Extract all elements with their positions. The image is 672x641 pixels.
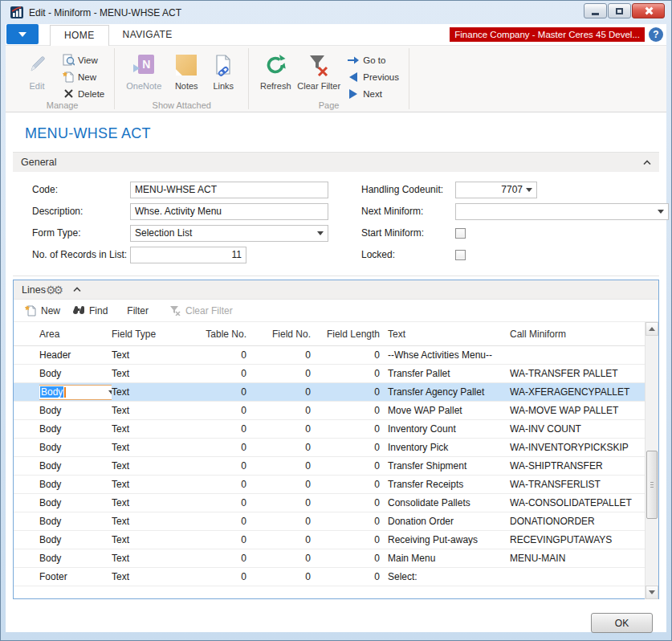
cell-ftype: Text — [112, 349, 190, 361]
cell-tno: 0 — [190, 571, 246, 582]
column-header-field-type[interactable]: Field Type — [112, 329, 190, 340]
cell-area: Body — [39, 385, 112, 400]
lines-new-button[interactable]: New — [20, 302, 67, 320]
new-button[interactable]: New — [59, 69, 108, 84]
maximize-button[interactable] — [608, 3, 631, 18]
no-of-records-input[interactable] — [130, 247, 246, 263]
dialog-footer: OK — [13, 599, 659, 633]
cell-call: WA-TRANSFERLIST — [510, 479, 645, 490]
next-button[interactable]: Next — [344, 86, 402, 101]
table-row[interactable]: HeaderText000--Whse Activities Menu-- — [14, 346, 645, 365]
scrollbar-thumb[interactable] — [646, 451, 658, 519]
group-label-manage: Manage — [10, 100, 114, 110]
onenote-button[interactable]: N OneNote — [120, 49, 168, 91]
lines-find-button[interactable]: Find — [68, 302, 114, 320]
form-type-dropdown[interactable]: Selection List — [130, 225, 328, 242]
cell-ftype: Text — [112, 553, 190, 564]
cell-flen: 0 — [311, 553, 380, 564]
column-header-call-miniform[interactable]: Call Miniform — [510, 329, 645, 340]
tab-home[interactable]: HOME — [50, 25, 109, 46]
table-row[interactable]: BodyText000Move WAP PalletWA-MOVE WAP PA… — [14, 402, 645, 420]
minimize-button[interactable] — [584, 3, 607, 18]
table-row[interactable]: BodyText000Transfer ReceiptsWA-TRANSFERL… — [14, 476, 645, 494]
table-row[interactable]: BodyText000Transfer PalletWA-TRANSFER PA… — [14, 365, 645, 383]
start-miniform-checkbox[interactable] — [455, 228, 466, 239]
next-miniform-dropdown[interactable] — [455, 203, 669, 220]
customize-gears-icon[interactable]: ⚙ ⚙ — [46, 284, 62, 296]
cell-ftype: Text — [112, 386, 190, 398]
scroll-up-button[interactable] — [646, 322, 658, 336]
help-icon[interactable]: ? — [649, 27, 663, 42]
tab-navigate[interactable]: NAVIGATE — [109, 25, 186, 45]
grid-header-row: Area Field Type Table No. Field No. Fiel… — [14, 322, 645, 346]
table-row[interactable]: BodyText000Transfer ShipmentWA-SHIPTRANS… — [14, 457, 645, 476]
cell-tno: 0 — [190, 349, 246, 361]
cell-call: WA-CONSOLIDATEPALLET — [510, 497, 645, 508]
scroll-down-button[interactable] — [646, 586, 658, 599]
cell-text: Inventory Count — [380, 423, 510, 435]
table-row[interactable]: BodyText000Inventory PickWA-INVENTORYPIC… — [14, 439, 645, 457]
general-header[interactable]: General — [13, 153, 659, 172]
table-row[interactable]: BodyText000Inventory CountWA-INV COUNT — [14, 420, 645, 439]
cell-text: Select: — [380, 571, 510, 582]
cell-area: Body — [39, 534, 112, 545]
notes-button[interactable]: Notes — [168, 49, 205, 91]
application-menu-button[interactable] — [6, 24, 39, 44]
cell-text: Transfer Receipts — [380, 479, 510, 490]
lines-header[interactable]: Lines ⚙ ⚙ — [14, 280, 658, 300]
table-row[interactable]: FooterText000Select: — [14, 568, 645, 586]
cell-fno: 0 — [246, 571, 311, 582]
ok-button[interactable]: OK — [591, 613, 653, 633]
delete-x-icon — [62, 88, 75, 100]
cell-area: Header — [39, 349, 112, 361]
maximize-icon — [616, 8, 623, 14]
view-button[interactable]: View — [59, 52, 108, 67]
table-row[interactable]: BodyText000Receiving Put-awaysRECEVINGPU… — [14, 531, 645, 549]
general-fasttab: General Code: Description: — [13, 152, 659, 276]
refresh-button[interactable]: Refresh — [254, 49, 297, 91]
column-header-field-no[interactable]: Field No. — [246, 329, 311, 340]
cell-call: DONATIONORDER — [510, 516, 645, 527]
table-row[interactable]: BodyText000Main MenuMENU-MAIN — [14, 549, 645, 568]
vertical-scrollbar[interactable] — [645, 322, 658, 599]
arrow-down-icon — [649, 590, 655, 594]
new-page-icon — [24, 304, 37, 317]
collapse-icon[interactable] — [73, 287, 81, 292]
column-header-field-length[interactable]: Field Length — [311, 329, 380, 340]
start-miniform-label: Start Miniform: — [361, 227, 455, 239]
code-input[interactable] — [130, 182, 328, 198]
lines-grid: Area Field Type Table No. Field No. Fiel… — [14, 321, 658, 599]
form-type-label: Form Type: — [32, 227, 130, 239]
clear-filter-button[interactable]: Clear Filter — [297, 49, 340, 91]
cell-tno: 0 — [190, 386, 246, 398]
cell-tno: 0 — [190, 553, 246, 564]
page-title: MENU-WHSE ACT — [25, 125, 659, 142]
cell-ftype: Text — [112, 423, 190, 435]
minimize-icon — [592, 13, 599, 15]
column-header-text[interactable]: Text — [380, 329, 510, 340]
cell-text: Receiving Put-aways — [380, 534, 510, 545]
table-row[interactable]: BodyText000Donation OrderDONATIONORDER — [14, 512, 645, 531]
table-row[interactable]: BodyText000Consolidate PalletsWA-CONSOLI… — [14, 494, 645, 512]
collapse-icon[interactable] — [643, 160, 651, 165]
links-button[interactable]: Links — [205, 49, 242, 91]
cell-fno: 0 — [246, 423, 311, 435]
locked-checkbox[interactable] — [455, 250, 466, 260]
column-header-table-no[interactable]: Table No. — [190, 329, 246, 340]
goto-button[interactable]: Go to — [344, 52, 402, 67]
area-combo-editor[interactable]: Body — [39, 385, 112, 400]
chevron-down-icon — [526, 188, 532, 192]
cell-flen: 0 — [311, 405, 380, 416]
delete-button[interactable]: Delete — [59, 86, 108, 101]
edit-button[interactable]: Edit — [15, 49, 59, 91]
handling-codeunit-dropdown[interactable]: 7707 — [455, 182, 537, 198]
lines-filter-button[interactable]: Filter — [116, 303, 155, 319]
cell-area: Body — [39, 516, 112, 527]
previous-button[interactable]: Previous — [344, 69, 402, 84]
table-row[interactable]: BodyText000Transfer Agency PalletWA-XFER… — [14, 383, 645, 402]
app-window: Edit - Miniform - MENU-WHSE ACT HOME NAV… — [0, 0, 672, 641]
description-input[interactable] — [130, 203, 328, 220]
close-button[interactable] — [632, 3, 665, 18]
lines-clear-filter-button[interactable]: Clear Filter — [165, 302, 239, 320]
column-header-area[interactable]: Area — [39, 329, 112, 340]
